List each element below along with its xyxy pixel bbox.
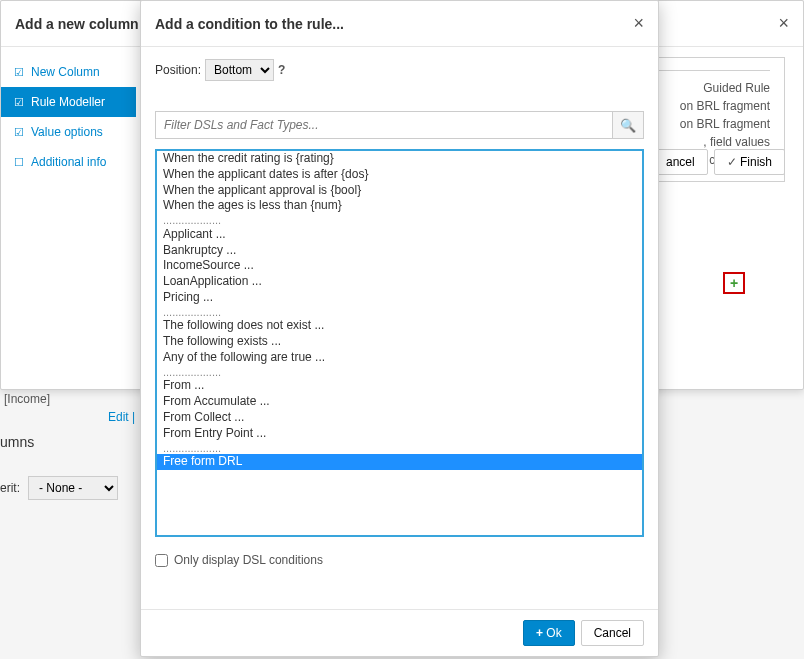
list-item[interactable]: When the credit rating is {rating}: [157, 151, 642, 167]
list-item[interactable]: From Accumulate ...: [157, 394, 642, 410]
ok-button[interactable]: Ok: [523, 620, 575, 646]
dsl-only-label: Only display DSL conditions: [174, 553, 323, 567]
list-item[interactable]: The following does not exist ...: [157, 318, 642, 334]
bg-inherit-select[interactable]: - None -: [28, 476, 118, 500]
check-icon: [13, 66, 25, 78]
check-icon: [13, 126, 25, 138]
list-separator: ...................: [157, 366, 642, 379]
list-item[interactable]: LoanApplication ...: [157, 274, 642, 290]
add-column-title: Add a new column: [15, 16, 139, 32]
bg-inherit-row: erit: - None -: [0, 476, 118, 500]
add-condition-modal: Add a condition to the rule... × Positio…: [140, 0, 659, 657]
list-separator: ...................: [157, 442, 642, 455]
list-item[interactable]: From ...: [157, 378, 642, 394]
bg-inherit-label: erit:: [0, 481, 20, 495]
wizard-step-additional-info[interactable]: Additional info: [1, 147, 136, 177]
search-row: 🔍: [155, 111, 644, 139]
position-select[interactable]: Bottom: [205, 59, 274, 81]
wizard-step-value-options[interactable]: Value options: [1, 117, 136, 147]
cancel-button[interactable]: Cancel: [581, 620, 644, 646]
search-input[interactable]: [155, 111, 612, 139]
dsl-only-checkbox[interactable]: [155, 554, 168, 567]
dsl-filter-row: Only display DSL conditions: [155, 553, 644, 567]
position-label: Position:: [155, 63, 201, 77]
list-item[interactable]: From Collect ...: [157, 410, 642, 426]
bg-income-label: [Income]: [4, 392, 50, 406]
list-item[interactable]: IncomeSource ...: [157, 258, 642, 274]
search-icon: 🔍: [620, 118, 636, 133]
add-condition-header: Add a condition to the rule... ×: [141, 1, 658, 47]
list-item[interactable]: Free form DRL: [157, 454, 642, 470]
list-item[interactable]: From Entry Point ...: [157, 426, 642, 442]
position-row: Position: Bottom ?: [155, 59, 644, 81]
add-condition-title: Add a condition to the rule...: [155, 16, 344, 32]
cancel-button[interactable]: ancel: [653, 149, 708, 175]
list-item[interactable]: When the applicant dates is after {dos}: [157, 167, 642, 183]
conditions-listbox[interactable]: When the credit rating is {rating}When t…: [155, 149, 644, 537]
unchecked-icon: [13, 156, 25, 168]
finish-button[interactable]: Finish: [714, 149, 785, 175]
list-separator: ...................: [157, 214, 642, 227]
check-icon: [13, 96, 25, 108]
close-icon[interactable]: ×: [633, 13, 644, 34]
bg-edit-link[interactable]: Edit |: [108, 410, 135, 424]
list-item[interactable]: When the applicant approval is {bool}: [157, 183, 642, 199]
add-condition-footer: Ok Cancel: [141, 609, 658, 656]
wizard-step-rule-modeller[interactable]: Rule Modeller: [1, 87, 136, 117]
list-item[interactable]: Bankruptcy ...: [157, 243, 642, 259]
close-icon[interactable]: ×: [778, 13, 789, 34]
wizard-step-label: Additional info: [31, 155, 106, 169]
list-item[interactable]: Applicant ...: [157, 227, 642, 243]
wizard-step-label: New Column: [31, 65, 100, 79]
list-separator: ...................: [157, 306, 642, 319]
plus-icon: +: [730, 275, 738, 291]
wizard-step-label: Value options: [31, 125, 103, 139]
list-item[interactable]: Any of the following are true ...: [157, 350, 642, 366]
add-condition-button[interactable]: +: [723, 272, 745, 294]
wizard-step-new-column[interactable]: New Column: [1, 57, 136, 87]
search-button[interactable]: 🔍: [612, 111, 644, 139]
list-item[interactable]: Pricing ...: [157, 290, 642, 306]
wizard-nav: New Column Rule Modeller Value options A…: [1, 47, 136, 187]
wizard-step-label: Rule Modeller: [31, 95, 105, 109]
help-icon[interactable]: ?: [278, 63, 285, 77]
bg-columns-heading: umns: [0, 434, 34, 450]
list-item[interactable]: The following exists ...: [157, 334, 642, 350]
list-item[interactable]: When the ages is less than {num}: [157, 198, 642, 214]
